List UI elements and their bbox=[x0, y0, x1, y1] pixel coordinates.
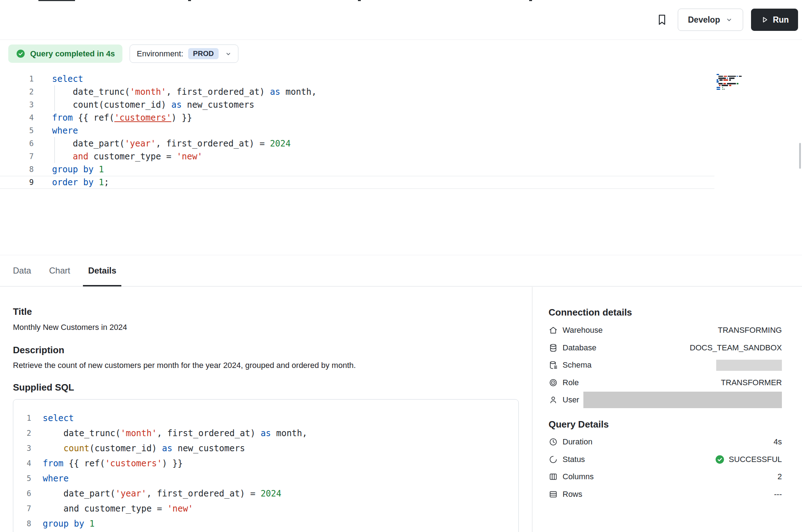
connection-row-role: Role TRANSFORMER bbox=[549, 374, 782, 392]
schema-value-redacted bbox=[716, 360, 782, 371]
role-label: Role bbox=[563, 378, 579, 387]
duration-label: Duration bbox=[563, 437, 592, 447]
bookmark-icon bbox=[656, 13, 668, 26]
code-text: select bbox=[43, 413, 74, 423]
top-tick bbox=[188, 0, 191, 1]
code-text: group by 1 bbox=[43, 519, 95, 529]
environment-label: Environment: bbox=[137, 49, 183, 59]
line-number: 8 bbox=[13, 519, 31, 528]
description-value: Retrieve the count of new customers per … bbox=[13, 361, 356, 370]
top-tick bbox=[358, 0, 361, 1]
tab-data[interactable]: Data bbox=[13, 255, 31, 286]
scrollbar-thumb[interactable] bbox=[799, 143, 801, 169]
database-value: DOCS_TEAM_SANDBOX bbox=[690, 343, 782, 353]
status-label: Status bbox=[563, 455, 585, 464]
line-number: 6 bbox=[13, 489, 31, 498]
bookmark-button[interactable] bbox=[652, 10, 672, 30]
user-label: User bbox=[563, 395, 579, 405]
chevron-down-icon bbox=[225, 50, 232, 57]
connection-row-user: User bbox=[549, 391, 782, 409]
code-line: 5where bbox=[13, 471, 518, 486]
code-text: date_trunc('month', first_ordered_at) as… bbox=[52, 87, 317, 97]
schema-icon bbox=[549, 360, 558, 370]
environment-dropdown[interactable]: Environment: PROD bbox=[130, 45, 238, 63]
environment-value-chip: PROD bbox=[188, 48, 219, 59]
supplied-sql-block: 1select2 date_trunc('month', first_order… bbox=[13, 399, 519, 532]
code-text: from {{ ref('customers') }} bbox=[52, 113, 192, 123]
query-row-rows: Rows --- bbox=[549, 486, 782, 503]
description-heading: Description bbox=[13, 345, 64, 356]
code-line: 4from {{ ref('customers') }} bbox=[0, 111, 714, 124]
line-number: 4 bbox=[13, 459, 31, 468]
query-details-heading: Query Details bbox=[549, 419, 609, 430]
columns-icon bbox=[549, 472, 558, 481]
code-text: order by 1; bbox=[52, 177, 109, 187]
status-row: Query completed in 4s Environment: PROD bbox=[8, 45, 238, 63]
rows-value: --- bbox=[774, 490, 782, 499]
title-value: Monthly New Customers in 2024 bbox=[13, 323, 127, 332]
line-number: 1 bbox=[0, 75, 34, 83]
warehouse-icon bbox=[549, 326, 558, 335]
code-text: date_part('year', first_ordered_at) = 20… bbox=[52, 139, 291, 149]
run-button-label: Run bbox=[773, 15, 789, 25]
run-button[interactable]: Run bbox=[751, 9, 798, 31]
line-number: 1 bbox=[13, 414, 31, 423]
columns-label: Columns bbox=[563, 472, 594, 481]
database-icon bbox=[549, 343, 558, 353]
database-label: Database bbox=[563, 343, 596, 353]
code-line: 3 count(customer_id) as new_customers bbox=[13, 441, 518, 456]
code-line: 6 date_part('year', first_ordered_at) = … bbox=[13, 486, 518, 501]
title-heading: Title bbox=[13, 306, 32, 317]
code-line: 8group by 1 bbox=[0, 163, 714, 176]
line-number: 3 bbox=[13, 444, 31, 453]
develop-button[interactable]: Develop bbox=[678, 9, 743, 31]
rows-label: Rows bbox=[563, 490, 582, 499]
chevron-down-icon bbox=[725, 16, 733, 24]
line-number: 3 bbox=[0, 101, 34, 109]
code-text: group by 1 bbox=[52, 164, 104, 174]
code-line: 2 date_trunc('month', first_ordered_at) … bbox=[0, 85, 714, 98]
supplied-sql-heading: Supplied SQL bbox=[13, 382, 74, 393]
top-tick bbox=[529, 0, 532, 1]
develop-button-label: Develop bbox=[688, 15, 720, 25]
line-number: 2 bbox=[13, 429, 31, 438]
duration-clock-icon bbox=[549, 437, 558, 447]
code-text: from {{ ref('customers') }} bbox=[43, 458, 183, 468]
code-line: 8group by 1 bbox=[13, 516, 518, 531]
code-line: 3 count(customer_id) as new_customers bbox=[0, 98, 714, 111]
user-icon bbox=[549, 395, 558, 405]
sql-editor[interactable]: 1select2 date_trunc('month', first_order… bbox=[0, 73, 802, 254]
editor-minimap[interactable] bbox=[717, 74, 757, 90]
play-icon bbox=[760, 15, 769, 24]
details-content: Title Monthly New Customers in 2024 Desc… bbox=[13, 286, 519, 532]
code-text: date_part('year', first_ordered_at) = 20… bbox=[43, 489, 281, 499]
tab-details[interactable]: Details bbox=[88, 255, 116, 286]
connection-row-schema: Schema bbox=[549, 356, 782, 374]
warehouse-value: TRANSFORMING bbox=[718, 326, 782, 335]
query-row-duration: Duration 4s bbox=[549, 433, 782, 451]
query-status-text: Query completed in 4s bbox=[30, 49, 115, 59]
top-tick bbox=[38, 0, 75, 1]
status-value: SUCCESSFUL bbox=[729, 455, 782, 464]
connection-details-heading: Connection details bbox=[549, 307, 632, 318]
query-row-columns: Columns 2 bbox=[549, 468, 782, 486]
code-text: date_trunc('month', first_ordered_at) as… bbox=[43, 428, 307, 438]
code-text: count(customer_id) as new_customers bbox=[43, 443, 245, 453]
code-line: 1select bbox=[0, 73, 714, 85]
columns-value: 2 bbox=[778, 472, 782, 481]
success-check-icon bbox=[715, 454, 725, 465]
code-line: 7 and customer_type = 'new' bbox=[0, 150, 714, 163]
code-text: where bbox=[52, 126, 78, 136]
query-details-rows: Duration 4s Status SUCCESSFUL Columns 2 bbox=[549, 433, 782, 503]
duration-value: 4s bbox=[774, 437, 782, 447]
warehouse-label: Warehouse bbox=[563, 326, 603, 335]
editor-lines[interactable]: 1select2 date_trunc('month', first_order… bbox=[0, 73, 714, 189]
tab-chart[interactable]: Chart bbox=[49, 255, 70, 286]
indent-guide bbox=[54, 85, 55, 111]
line-number: 7 bbox=[0, 152, 34, 161]
indent-guide bbox=[54, 137, 55, 163]
line-number: 9 bbox=[0, 178, 34, 187]
code-line: 9order by 1; bbox=[0, 176, 714, 189]
code-line: 1select bbox=[13, 411, 518, 426]
code-text: where bbox=[43, 473, 69, 484]
